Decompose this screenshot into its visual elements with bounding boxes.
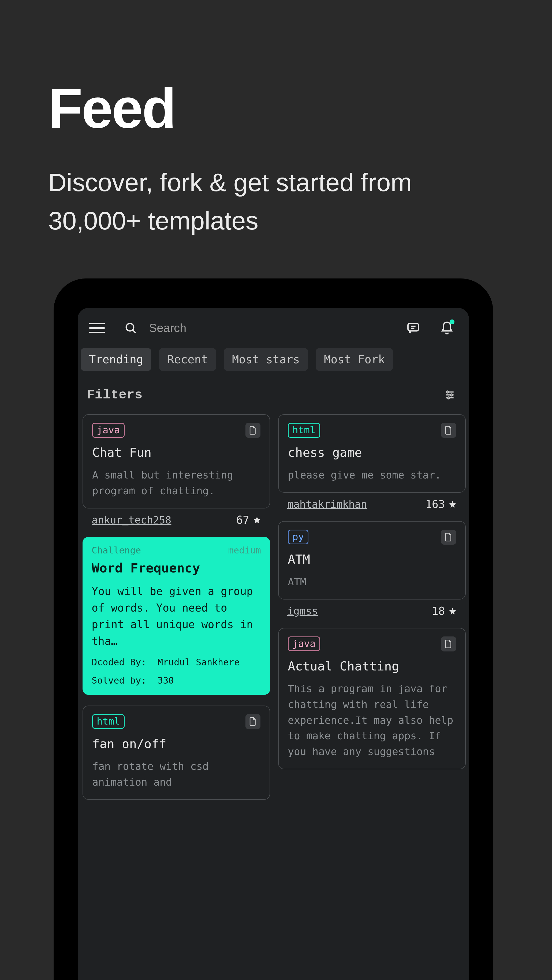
tab-recent[interactable]: Recent — [159, 348, 216, 371]
challenge-solved-by: Solved by: 330 — [92, 675, 261, 686]
file-icon — [441, 423, 456, 438]
author-link[interactable]: ankur_tech258 — [92, 514, 171, 526]
card-title: Word Frequency — [92, 560, 261, 576]
notification-dot-icon — [450, 320, 455, 324]
star-count: 163 — [426, 498, 456, 510]
language-badge: py — [288, 530, 308, 545]
feed-item[interactable]: html chess game please give me some star… — [278, 414, 466, 510]
messages-button[interactable] — [403, 318, 423, 338]
search-icon — [121, 318, 141, 338]
star-icon — [253, 516, 261, 524]
app-screen: Trending Recent Most stars Most Fork Fil… — [78, 308, 469, 980]
filters-label: Filters — [87, 388, 143, 402]
card-title: Chat Fun — [92, 445, 260, 460]
menu-button[interactable] — [87, 318, 107, 338]
filter-settings-button[interactable] — [439, 385, 460, 405]
language-badge: html — [92, 714, 124, 729]
card-title: chess game — [288, 445, 456, 460]
star-icon — [448, 607, 456, 615]
hamburger-icon — [89, 323, 105, 333]
app-bar — [78, 308, 469, 348]
card-description: This a program in java for chatting with… — [288, 681, 456, 760]
svg-point-0 — [126, 323, 134, 331]
feed-item[interactable]: java Chat Fun A small but interesting pr… — [83, 414, 270, 526]
card-title: ATM — [288, 552, 456, 566]
page-subtitle: Discover, fork & get started from 30,000… — [48, 163, 504, 240]
file-icon — [246, 423, 260, 438]
feed-item[interactable]: java Actual Chatting This a program in j… — [278, 628, 466, 769]
feed-item[interactable]: html fan on/off fan rotate with csd anim… — [83, 706, 270, 800]
star-icon — [448, 500, 456, 508]
device-frame: Trending Recent Most stars Most Fork Fil… — [54, 278, 493, 980]
svg-point-9 — [451, 394, 453, 396]
svg-point-10 — [448, 397, 450, 399]
star-count: 67 — [236, 514, 261, 526]
language-badge: java — [92, 423, 124, 438]
svg-rect-2 — [408, 323, 418, 331]
author-link[interactable]: mahtakrimkhan — [287, 498, 367, 510]
card-description: You will be given a group of words. You … — [92, 583, 261, 649]
file-icon — [441, 530, 456, 545]
challenge-card[interactable]: Challenge medium Word Frequency You will… — [83, 537, 270, 695]
card-title: Actual Chatting — [288, 659, 456, 673]
search-wrap — [113, 318, 398, 338]
language-badge: java — [288, 636, 320, 651]
notifications-button[interactable] — [437, 318, 457, 338]
card-description: please give me some star. — [288, 467, 456, 483]
filters-row: Filters — [78, 371, 469, 414]
star-count: 18 — [432, 605, 456, 617]
tab-most-stars[interactable]: Most stars — [224, 348, 308, 371]
svg-line-1 — [133, 330, 136, 333]
challenge-badge: Challenge — [92, 545, 141, 555]
language-badge: html — [288, 423, 320, 438]
feed-item[interactable]: py ATM ATM — [278, 521, 466, 617]
challenge-difficulty: medium — [228, 545, 261, 555]
author-link[interactable]: igmss — [287, 605, 318, 617]
card-description: A small but interesting program of chatt… — [92, 467, 260, 499]
challenge-dcoded-by: Dcoded By: Mrudul Sankhere — [92, 657, 261, 668]
page-title: Feed — [48, 80, 504, 137]
card-description: ATM — [288, 574, 456, 590]
tab-trending[interactable]: Trending — [81, 348, 151, 371]
svg-point-8 — [447, 391, 448, 393]
search-input[interactable] — [149, 321, 398, 335]
tab-most-forked[interactable]: Most Fork — [316, 348, 393, 371]
feed-tabs: Trending Recent Most stars Most Fork — [78, 348, 469, 371]
file-icon — [441, 636, 456, 651]
file-icon — [246, 714, 260, 729]
card-title: fan on/off — [92, 737, 260, 751]
card-description: fan rotate with csd animation and — [92, 759, 260, 790]
